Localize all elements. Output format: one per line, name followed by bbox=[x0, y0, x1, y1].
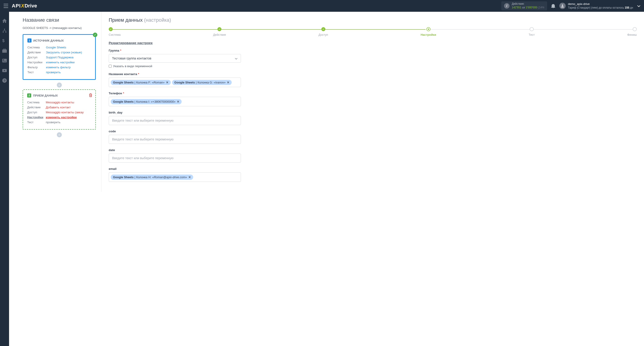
step-circle bbox=[530, 27, 534, 31]
tag-remove-icon[interactable]: ✕ bbox=[177, 100, 179, 103]
step-Действие[interactable]: ✓Действие bbox=[213, 27, 226, 36]
variable-checkbox-label: Указать в виде переменной bbox=[113, 64, 152, 68]
user-block[interactable]: demo_apix-drive Тариф |Стандарт| (new) д… bbox=[559, 2, 633, 9]
step-label: Система bbox=[109, 33, 120, 36]
step-Система[interactable]: ✓Система bbox=[109, 27, 120, 36]
sidebar: $ ? bbox=[0, 12, 9, 192]
variable-tag[interactable]: Google Sheets | Колонка I: «+38067000000… bbox=[111, 99, 182, 104]
block-row-value[interactable]: изменить настройки bbox=[46, 61, 74, 64]
field-code: code bbox=[109, 130, 241, 144]
add-between-button[interactable]: + bbox=[57, 83, 62, 88]
trash-icon[interactable] bbox=[89, 93, 92, 97]
actions-pct: (14% bbox=[538, 6, 544, 9]
block-row-value[interactable]: проверить bbox=[46, 71, 61, 74]
block-row-value[interactable]: проверить bbox=[46, 121, 60, 124]
step-Тест[interactable]: Тест bbox=[529, 27, 535, 36]
add-after-button[interactable]: + bbox=[57, 132, 62, 137]
step-Финиш[interactable]: Финиш bbox=[627, 27, 637, 36]
text-input[interactable] bbox=[109, 135, 241, 144]
step-label: Настройки bbox=[420, 33, 436, 36]
tag-remove-icon[interactable]: ✕ bbox=[188, 175, 191, 179]
block-row-value[interactable]: изменить настройки bbox=[46, 116, 77, 119]
tag-remove-icon[interactable]: ✕ bbox=[166, 81, 168, 84]
connection-title: Название связи bbox=[23, 17, 96, 23]
right-panel: Прием данных (настройка) ✓Система✓Действ… bbox=[102, 12, 644, 192]
group-select-value: Тестовая группа контактов bbox=[112, 56, 151, 60]
variable-checkbox[interactable] bbox=[109, 65, 112, 68]
block-row-value[interactable]: Добавить контакт bbox=[46, 106, 71, 109]
header-right: i Действия: 142'551 из 1'000'000 (14% de… bbox=[501, 1, 640, 10]
dollar-icon[interactable]: $ bbox=[2, 38, 7, 43]
block-row[interactable]: СистемаGoogle Sheets bbox=[28, 46, 91, 49]
variable-tag[interactable]: Google Sheets | Колонка H: «Roman@apix-d… bbox=[111, 174, 193, 180]
actions-label: Действия: bbox=[512, 2, 544, 6]
step-circle bbox=[426, 27, 430, 31]
logo-api: API bbox=[12, 3, 21, 9]
block-row-value[interactable]: Messaggio контакты bbox=[46, 101, 74, 104]
block-row-value[interactable]: изменить фильтр bbox=[46, 66, 71, 69]
connections-icon[interactable] bbox=[2, 28, 7, 33]
text-input[interactable] bbox=[109, 154, 241, 163]
block-row-value[interactable]: Google Sheets bbox=[46, 46, 66, 49]
field-email: emailGoogle Sheets | Колонка H: «Roman@a… bbox=[109, 167, 241, 182]
tag-input[interactable]: Google Sheets | Колонка I: «+38067000000… bbox=[109, 97, 241, 106]
actions-badge[interactable]: i Действия: 142'551 из 1'000'000 (14% bbox=[501, 1, 547, 10]
bell-icon[interactable] bbox=[551, 3, 555, 8]
step-label: Действие bbox=[213, 33, 226, 36]
step-label: Доступ bbox=[318, 33, 328, 36]
group-select[interactable]: Тестовая группа контактов bbox=[109, 54, 241, 63]
source-block[interactable]: ✓ 1 ИСТОЧНИК ДАННЫХ СистемаGoogle Sheets… bbox=[23, 34, 96, 80]
card-icon[interactable] bbox=[2, 58, 7, 63]
step-label: Тест bbox=[529, 33, 535, 36]
info-icon: i bbox=[504, 3, 510, 8]
block-row-label: Доступ bbox=[28, 56, 46, 59]
block-row-value[interactable]: Messaggio контакты (аккау bbox=[46, 111, 84, 114]
field-label: birth_day bbox=[109, 111, 241, 114]
block-row-label: Настройки bbox=[27, 116, 46, 119]
step-Доступ[interactable]: ✓Доступ bbox=[318, 27, 328, 36]
source-block-title: ИСТОЧНИК ДАННЫХ bbox=[33, 39, 64, 42]
home-icon[interactable] bbox=[2, 18, 7, 23]
group-field: Группа * Тестовая группа контактов Указа… bbox=[109, 49, 241, 68]
text-input[interactable] bbox=[109, 116, 241, 125]
receive-block[interactable]: 2 ПРИЕМ ДАННЫХ СистемаMessaggio контакты… bbox=[23, 89, 96, 130]
block-row-value[interactable]: Support Поддержка bbox=[46, 56, 73, 59]
tag-remove-icon[interactable]: ✕ bbox=[227, 81, 230, 84]
tag-input[interactable]: Google Sheets | Колонка F: «Roman» ✕Goog… bbox=[109, 78, 241, 87]
block-row[interactable]: Тестпроверить bbox=[27, 121, 91, 124]
actions-total: 1'000'000 bbox=[526, 6, 537, 9]
svg-rect-3 bbox=[6, 32, 6, 32]
field-label: email bbox=[109, 167, 241, 171]
logo[interactable]: APIXDrive bbox=[12, 3, 37, 9]
hamburger-icon[interactable] bbox=[4, 4, 8, 8]
connection-subtitle: GOOGLE SHEETS -> (messaggio контакты) bbox=[23, 26, 96, 30]
variable-checkbox-row[interactable]: Указать в виде переменной bbox=[109, 64, 241, 68]
block-row[interactable]: ДействиеЗагрузить строки (новые) bbox=[28, 51, 91, 54]
block-row[interactable]: ДоступMessaggio контакты (аккау bbox=[27, 111, 91, 114]
block-row-value[interactable]: Загрузить строки (новые) bbox=[46, 51, 82, 54]
block-row[interactable]: Настройкиизменить настройки bbox=[28, 61, 91, 64]
block-row-label: Действие bbox=[28, 51, 46, 54]
briefcase-icon[interactable] bbox=[2, 48, 7, 53]
field-label: code bbox=[109, 130, 241, 133]
block-row[interactable]: Фильтризменить фильтр bbox=[28, 66, 91, 69]
block-row[interactable]: ДоступSupport Поддержка bbox=[28, 56, 91, 59]
chevron-down-icon[interactable] bbox=[637, 4, 640, 8]
svg-rect-6 bbox=[4, 49, 6, 49]
field-Название контакта: Название контакта *Google Sheets | Колон… bbox=[109, 72, 241, 87]
youtube-icon[interactable] bbox=[2, 68, 7, 73]
variable-tag[interactable]: Google Sheets | Колонка G: «Ivanov» ✕ bbox=[172, 80, 232, 85]
block-row[interactable]: ДействиеДобавить контакт bbox=[27, 106, 91, 109]
field-birth_day: birth_day bbox=[109, 111, 241, 125]
required-mark: * bbox=[138, 72, 139, 76]
block-row[interactable]: Настройкиизменить настройки bbox=[27, 116, 91, 119]
block-number: 2 bbox=[27, 93, 31, 97]
tag-input[interactable]: Google Sheets | Колонка H: «Roman@apix-d… bbox=[109, 172, 241, 182]
variable-tag[interactable]: Google Sheets | Колонка F: «Roman» ✕ bbox=[111, 80, 171, 85]
section-title: Редактирование настроек bbox=[109, 41, 637, 45]
help-icon[interactable]: ? bbox=[2, 78, 7, 83]
step-Настройки[interactable]: Настройки bbox=[420, 27, 436, 36]
block-row[interactable]: Тестпроверить bbox=[28, 71, 91, 74]
block-row-label: Система bbox=[27, 101, 46, 104]
block-row[interactable]: СистемаMessaggio контакты bbox=[27, 101, 91, 104]
